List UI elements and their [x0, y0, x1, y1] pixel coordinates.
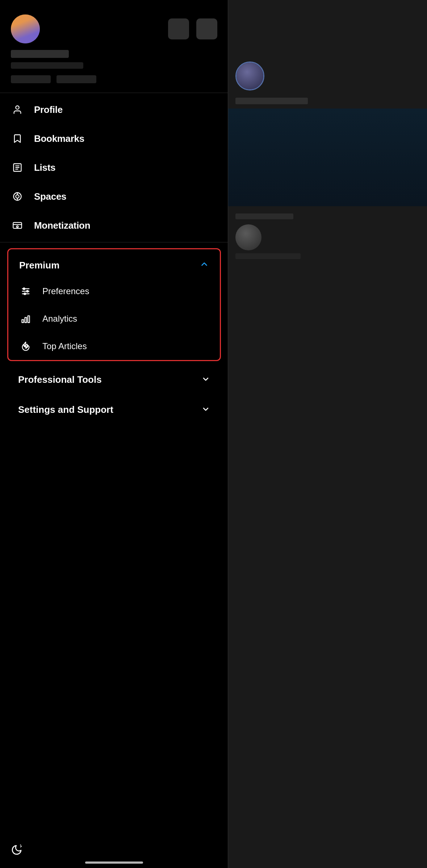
svg-rect-18	[22, 319, 24, 322]
settings-support-chevron-down-icon	[201, 405, 210, 415]
feed-text-2	[235, 213, 293, 219]
svg-rect-20	[28, 316, 30, 323]
feed-avatar-2	[235, 224, 261, 250]
user-name-blurred	[11, 50, 69, 58]
nav-label-bookmarks: Bookmarks	[34, 133, 84, 144]
svg-point-0	[16, 106, 19, 109]
mid-divider	[0, 242, 228, 242]
spaces-icon	[11, 190, 24, 203]
premium-sub-item-preferences[interactable]: Preferences	[8, 278, 220, 305]
home-indicator	[85, 861, 143, 864]
analytics-icon	[19, 312, 32, 325]
fire-icon	[19, 340, 32, 353]
nav-item-monetization[interactable]: Monetization	[0, 211, 228, 240]
following-count-blurred	[11, 75, 51, 83]
svg-rect-19	[25, 318, 27, 323]
premium-section: Premium Preferences Analytics Top Articl…	[7, 248, 221, 361]
svg-line-21	[21, 846, 22, 847]
list-icon	[11, 161, 24, 174]
premium-header[interactable]: Premium	[8, 249, 220, 278]
avatar-row	[11, 14, 217, 43]
nav-label-spaces: Spaces	[34, 191, 66, 202]
monetization-icon	[11, 219, 24, 232]
professional-tools-section[interactable]: Professional Tools	[7, 365, 221, 395]
premium-title: Premium	[19, 260, 59, 271]
feed-peek	[228, 0, 427, 868]
user-handle-blurred	[11, 62, 83, 69]
secondary-avatar-1	[168, 18, 189, 39]
svg-point-17	[24, 293, 26, 295]
sub-label-analytics: Analytics	[42, 314, 77, 324]
feed-text-3	[235, 253, 301, 259]
premium-sub-item-analytics[interactable]: Analytics	[8, 305, 220, 333]
svg-point-15	[23, 288, 25, 290]
svg-point-16	[26, 291, 28, 292]
settings-support-title: Settings and Support	[18, 404, 113, 415]
nav-item-profile[interactable]: Profile	[0, 95, 228, 124]
user-avatar[interactable]	[11, 14, 40, 43]
bookmark-icon	[11, 132, 24, 145]
followers-count-blurred	[56, 75, 96, 83]
sliders-icon	[19, 285, 32, 298]
professional-tools-title: Professional Tools	[18, 374, 102, 385]
premium-sub-item-top-articles[interactable]: Top Articles	[8, 333, 220, 360]
premium-chevron-up-icon	[200, 259, 209, 271]
svg-point-11	[17, 226, 18, 228]
nav-label-profile: Profile	[34, 104, 63, 115]
header-divider	[0, 93, 228, 93]
nav-item-bookmarks[interactable]: Bookmarks	[0, 124, 228, 153]
feed-avatar-1	[235, 62, 264, 90]
feed-image-1	[228, 109, 427, 206]
sub-label-preferences: Preferences	[42, 286, 89, 296]
profile-header	[0, 0, 228, 90]
nav-label-monetization: Monetization	[34, 220, 90, 231]
stats-row	[11, 75, 217, 83]
navigation-drawer: Profile Bookmarks Lists Spaces Monetizat…	[0, 0, 228, 868]
svg-point-6	[16, 195, 19, 198]
sub-label-top-articles: Top Articles	[42, 341, 87, 351]
nav-item-lists[interactable]: Lists	[0, 153, 228, 182]
nav-item-spaces[interactable]: Spaces	[0, 182, 228, 211]
settings-support-section[interactable]: Settings and Support	[7, 395, 221, 425]
feed-text-1	[235, 98, 308, 104]
person-icon	[11, 103, 24, 116]
professional-tools-chevron-down-icon	[201, 375, 210, 385]
night-mode-icon[interactable]	[11, 844, 22, 857]
nav-label-lists: Lists	[34, 162, 55, 173]
secondary-avatar-2	[196, 18, 217, 39]
